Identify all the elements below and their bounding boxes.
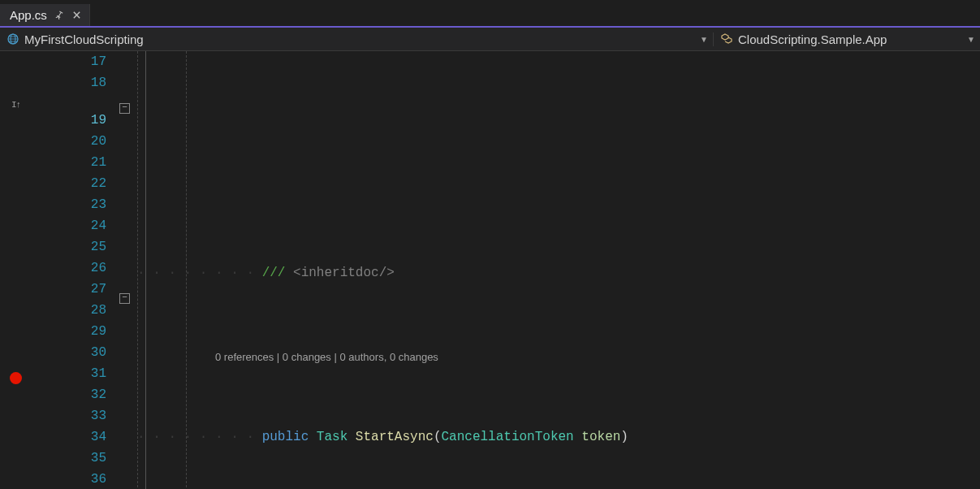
chevron-down-icon: ▼ <box>962 35 980 44</box>
nav-type-dropdown[interactable]: CloudScripting.Sample.App ▼ <box>714 32 980 46</box>
navigation-bar: MyFirstCloudScripting ▼ CloudScripting.S… <box>0 28 980 51</box>
tab-app-cs[interactable]: App.cs <box>0 4 90 26</box>
line-number: 29 <box>35 321 106 342</box>
line-number: 28 <box>35 300 106 321</box>
line-number: 23 <box>35 194 106 215</box>
fold-column[interactable]: − − <box>118 51 137 489</box>
code-line: · · · · · · · · public Task StartAsync(C… <box>137 426 980 448</box>
line-number: 22 <box>35 173 106 194</box>
code-area[interactable]: · · · · · · · · /// <inheritdoc/> 0 refe… <box>137 51 980 489</box>
nav-scope-text: MyFirstCloudScripting <box>24 32 144 46</box>
line-number: 34 <box>35 426 106 448</box>
tab-label: App.cs <box>10 8 47 22</box>
line-number: 33 <box>35 405 106 426</box>
nav-scope-dropdown[interactable]: MyFirstCloudScripting ▼ <box>0 32 714 46</box>
line-number: 27 <box>35 279 106 300</box>
gutter[interactable]: I↑ <box>0 51 35 489</box>
line-number: 18 <box>35 72 106 93</box>
change-indicator-icon: I↑ <box>11 100 20 110</box>
code-line <box>137 178 980 199</box>
line-number: 20 <box>35 131 106 152</box>
line-number: 24 <box>35 215 106 236</box>
line-number: 36 <box>35 469 106 489</box>
class-icon <box>720 32 733 45</box>
fold-toggle-icon[interactable]: − <box>119 293 130 304</box>
tab-bar: App.cs <box>0 0 980 28</box>
nav-type-text: CloudScripting.Sample.App <box>738 32 887 46</box>
codelens-row[interactable]: 0 references | 0 changes | 0 authors, 0 … <box>137 347 980 363</box>
line-number: 35 <box>35 448 106 469</box>
code-line: · · · · · · · · /// <inheritdoc/> <box>137 262 980 283</box>
line-number: 25 <box>35 236 106 257</box>
line-number: 21 <box>35 152 106 173</box>
line-number: 19 <box>35 110 106 131</box>
close-icon[interactable] <box>71 10 83 21</box>
breakpoint-icon[interactable] <box>10 372 22 384</box>
chevron-down-icon: ▼ <box>695 35 713 44</box>
line-number: 32 <box>35 384 106 405</box>
code-editor[interactable]: I↑ 17 18 19 20 21 22 23 24 25 26 27 28 2… <box>0 51 980 489</box>
fold-toggle-icon[interactable]: − <box>119 103 130 114</box>
line-number: 26 <box>35 257 106 279</box>
pin-icon[interactable] <box>54 10 65 21</box>
line-number: 30 <box>35 342 106 363</box>
namespace-icon <box>6 32 19 45</box>
line-number: 17 <box>35 51 106 72</box>
line-number: 31 <box>35 363 106 384</box>
line-numbers: 17 18 19 20 21 22 23 24 25 26 27 28 29 3… <box>35 51 118 489</box>
